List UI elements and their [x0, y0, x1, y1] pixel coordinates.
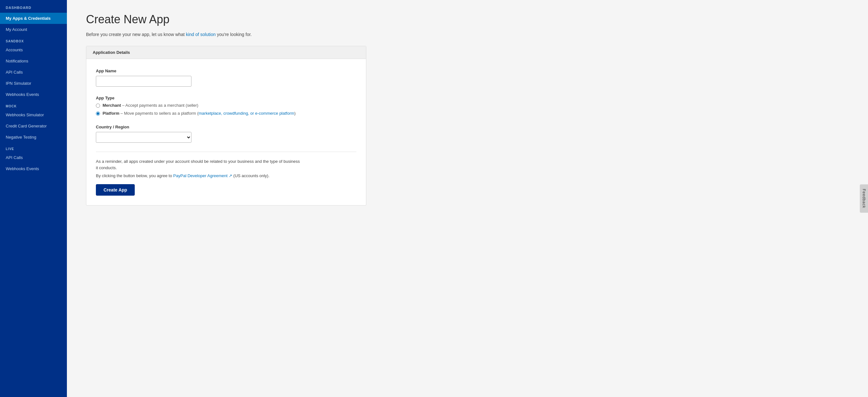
- country-group: Country / Region United States United Ki…: [96, 125, 356, 143]
- radio-platform-text: Platform – Move payments to sellers as a…: [102, 111, 296, 116]
- sidebar-item-webhooks-events[interactable]: Webhooks Events: [0, 89, 67, 100]
- sidebar-item-negative-testing[interactable]: Negative Testing: [0, 131, 67, 143]
- country-select[interactable]: United States United Kingdom Canada Aust…: [96, 132, 191, 143]
- sidebar-item-my-account[interactable]: My Account: [0, 24, 67, 35]
- app-type-label: App Type: [96, 96, 356, 100]
- agreement-text: By clicking the button below, you agree …: [96, 173, 356, 179]
- radio-merchant[interactable]: [96, 103, 100, 108]
- form-card: Application Details App Name App Type Me…: [86, 46, 366, 206]
- radio-merchant-desc: – Accept payments as a merchant (seller): [121, 103, 198, 108]
- sidebar-item-webhooks-simulator[interactable]: Webhooks Simulator: [0, 109, 67, 120]
- sidebar-item-api-calls[interactable]: API Calls: [0, 67, 67, 78]
- radio-platform-desc: – Move payments to sellers as a platform…: [119, 111, 296, 116]
- app-name-group: App Name: [96, 68, 356, 87]
- subtitle-prefix: Before you create your new app, let us k…: [86, 32, 186, 37]
- app-name-label: App Name: [96, 68, 356, 73]
- radio-merchant-text: Merchant – Accept payments as a merchant…: [102, 103, 198, 108]
- radio-merchant-label: Merchant: [102, 103, 121, 108]
- page-subtitle: Before you create your new app, let us k…: [86, 32, 849, 37]
- radio-platform[interactable]: [96, 112, 100, 116]
- reminder-text: As a reminder, all apps created under yo…: [96, 158, 356, 171]
- platform-link[interactable]: marketplace, crowdfunding, or e-commerce…: [198, 111, 294, 116]
- agreement-link[interactable]: PayPal Developer Agreement ↗: [173, 173, 232, 178]
- sidebar-item-my-apps[interactable]: My Apps & Credentials: [0, 13, 67, 24]
- sidebar-item-credit-card-generator[interactable]: Credit Card Generator: [0, 120, 67, 131]
- feedback-tab[interactable]: Feedback: [860, 184, 868, 213]
- subtitle-link[interactable]: kind of solution: [186, 32, 216, 37]
- sidebar-item-accounts[interactable]: Accounts: [0, 44, 67, 56]
- page-title: Create New App: [86, 13, 849, 26]
- app-name-input[interactable]: [96, 76, 191, 87]
- sidebar-item-notifications[interactable]: Notifications: [0, 56, 67, 67]
- sidebar-mock-label: MOCK: [0, 100, 67, 109]
- reminder-line1: As a reminder, all apps created under yo…: [96, 159, 300, 164]
- agreement-prefix: By clicking the button below, you agree …: [96, 173, 173, 178]
- main-content: Create New App Before you create your ne…: [67, 0, 868, 397]
- form-card-header: Application Details: [86, 46, 366, 59]
- dashboard-label: DASHBOARD: [0, 0, 67, 13]
- subtitle-suffix: you're looking for.: [216, 32, 252, 37]
- sidebar-item-ipn-simulator[interactable]: IPN Simulator: [0, 78, 67, 89]
- reminder-line2: it conducts.: [96, 165, 117, 170]
- sidebar-sandbox-label: SANDBOX: [0, 35, 67, 44]
- agreement-suffix: (US accounts only).: [232, 173, 270, 178]
- app-type-group: App Type Merchant – Accept payments as a…: [96, 96, 356, 116]
- sidebar: DASHBOARD My Apps & Credentials My Accou…: [0, 0, 67, 397]
- radio-merchant-option: Merchant – Accept payments as a merchant…: [96, 103, 356, 108]
- radio-platform-option: Platform – Move payments to sellers as a…: [96, 111, 356, 116]
- radio-group: Merchant – Accept payments as a merchant…: [96, 103, 356, 116]
- sidebar-live-label: LIVE: [0, 143, 67, 152]
- radio-platform-label: Platform: [102, 111, 119, 116]
- form-card-body: App Name App Type Merchant – Accept paym…: [86, 59, 366, 205]
- country-label: Country / Region: [96, 125, 356, 129]
- form-divider: [96, 152, 356, 152]
- sidebar-item-webhooks-events-live[interactable]: Webhooks Events: [0, 163, 67, 174]
- create-app-button[interactable]: Create App: [96, 184, 135, 195]
- sidebar-item-api-calls-live[interactable]: API Calls: [0, 152, 67, 163]
